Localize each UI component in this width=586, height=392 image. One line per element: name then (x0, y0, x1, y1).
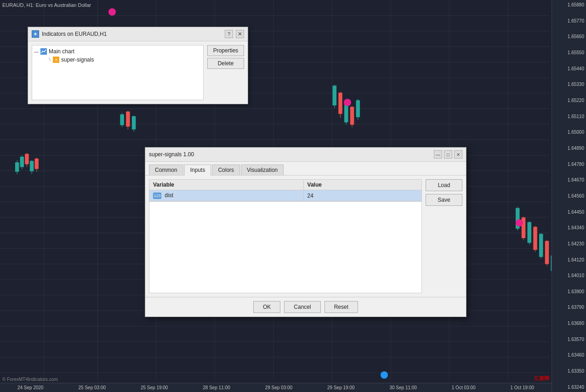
delete-button[interactable]: Delete (207, 58, 244, 69)
svg-rect-37 (20, 157, 24, 167)
price-label: 1.63570 (554, 337, 584, 342)
main-chart-item[interactable]: — Main chart (34, 47, 201, 56)
price-label: 1.63680 (554, 321, 584, 326)
price-label: 1.63350 (554, 369, 584, 374)
inputs-table: Variable Value 123 dist 24 (149, 179, 422, 201)
signal-dot-2 (344, 99, 351, 106)
svg-rect-45 (120, 114, 124, 125)
time-label: 30 Sep 11:00 (389, 385, 417, 390)
time-label: 28 Sep 11:00 (203, 385, 230, 390)
tab-inputs[interactable]: Inputs (184, 165, 211, 176)
price-label: 1.64450 (554, 210, 584, 215)
watermark-text: 汇接网 (534, 375, 549, 382)
price-label: 1.64780 (554, 162, 584, 167)
close-supersignals-button[interactable]: ✕ (454, 150, 462, 159)
time-axis: 24 Sep 2020 25 Sep 03:00 25 Sep 19:00 28… (0, 383, 552, 392)
ok-button[interactable]: OK (253, 301, 280, 313)
col-variable-header: Variable (149, 180, 304, 190)
price-label: 1.65330 (554, 82, 584, 87)
svg-rect-65 (528, 222, 532, 243)
supersignals-footer: OK Cancel Reset (145, 297, 466, 317)
price-label: 1.65110 (554, 114, 584, 119)
svg-rect-69 (539, 234, 543, 257)
svg-rect-53 (338, 93, 342, 114)
maximize-button[interactable]: □ (444, 150, 452, 159)
price-axis: 1.65880 1.65770 1.65660 1.65550 1.65440 … (552, 0, 586, 392)
svg-text:f: f (56, 58, 57, 62)
indicator-icon: f (53, 57, 59, 63)
value-cell[interactable]: 24 (303, 190, 421, 201)
variable-name: dist (165, 192, 173, 199)
time-label: 29 Sep 19:00 (327, 385, 355, 390)
ss-right-buttons: Load Save (426, 179, 462, 293)
svg-rect-55 (344, 104, 348, 122)
price-label: 1.64010 (554, 273, 584, 278)
indicators-dialog-title: Indicators on EURAUD,H1 (42, 31, 222, 37)
indicators-dialog-body: — Main chart └ f super-signals Propertie… (28, 41, 248, 104)
price-label: 1.63240 (554, 385, 584, 390)
signal-dot-1 (108, 8, 116, 16)
svg-rect-49 (132, 116, 136, 130)
var-type-icon: 123 (153, 193, 161, 199)
price-label: 1.65770 (554, 18, 584, 23)
help-button[interactable]: ? (225, 30, 233, 38)
main-chart-label: Main chart (49, 48, 74, 55)
svg-rect-67 (533, 227, 537, 250)
indicators-dialog-titlebar: Indicators on EURAUD,H1 ? ✕ (28, 27, 248, 41)
indicator-tree: — Main chart └ f super-signals (32, 45, 204, 100)
chart-icon (40, 48, 47, 55)
svg-rect-35 (15, 162, 19, 171)
price-label: 1.65880 (554, 2, 584, 7)
properties-button[interactable]: Properties (207, 45, 244, 56)
svg-rect-47 (126, 112, 130, 127)
price-label: 1.64120 (554, 257, 584, 262)
load-button[interactable]: Load (426, 179, 462, 191)
cancel-button[interactable]: Cancel (284, 301, 320, 313)
minimize-button[interactable]: — (434, 150, 442, 159)
supersignals-title: super-signals 1.00 (149, 151, 432, 158)
table-row[interactable]: 123 dist 24 (149, 190, 422, 201)
chart-title: EURAUD, H1: Euro vs Australian Dollar (2, 2, 91, 8)
price-label: 1.64670 (554, 177, 584, 182)
price-label: 1.64560 (554, 193, 584, 199)
supersignals-content: Variable Value 123 dist 24 Load (145, 176, 466, 297)
svg-rect-41 (30, 161, 34, 171)
save-button[interactable]: Save (426, 194, 462, 206)
signal-dot-4 (381, 371, 388, 379)
supersignals-dialog: super-signals 1.00 — □ ✕ Common Inputs C… (145, 147, 467, 317)
time-label: 1 Oct 03:00 (452, 385, 476, 390)
tab-colors[interactable]: Colors (212, 165, 240, 175)
indicator-label: super-signals (61, 57, 94, 63)
dialog-icon (32, 30, 39, 38)
price-label: 1.65440 (554, 66, 584, 71)
inputs-table-area: Variable Value 123 dist 24 (149, 179, 422, 293)
svg-rect-57 (350, 107, 354, 125)
tab-common[interactable]: Common (149, 165, 183, 175)
copyright-text: © ForexMT4Indicators.com (2, 377, 58, 382)
price-label: 1.64230 (554, 241, 584, 246)
signal-dot-3 (516, 219, 523, 227)
indicator-item[interactable]: └ f super-signals (34, 56, 201, 63)
close-button[interactable]: ✕ (236, 30, 244, 38)
price-label: 1.64890 (554, 146, 584, 151)
indicator-action-buttons: Properties Delete (207, 45, 244, 100)
svg-rect-59 (356, 100, 360, 117)
empty-table-area (149, 201, 422, 293)
price-label: 1.65220 (554, 98, 584, 103)
svg-rect-71 (545, 241, 549, 264)
svg-rect-43 (34, 159, 39, 169)
tree-expand-icon[interactable]: — (34, 49, 39, 54)
svg-rect-39 (25, 154, 29, 165)
indicators-dialog: Indicators on EURAUD,H1 ? ✕ — Main chart… (28, 27, 248, 104)
tree-connector: └ (48, 57, 51, 62)
variable-cell: 123 dist (149, 190, 304, 201)
supersignals-tabs: Common Inputs Colors Visualization (145, 162, 466, 176)
price-label: 1.65000 (554, 130, 584, 135)
tab-visualization[interactable]: Visualization (241, 165, 284, 175)
price-label: 1.64340 (554, 225, 584, 230)
price-label: 1.63790 (554, 305, 584, 310)
time-label: 25 Sep 19:00 (141, 385, 168, 390)
col-value-header: Value (303, 180, 421, 190)
reset-button[interactable]: Reset (324, 301, 358, 313)
time-label: 29 Sep 03:00 (265, 385, 293, 390)
